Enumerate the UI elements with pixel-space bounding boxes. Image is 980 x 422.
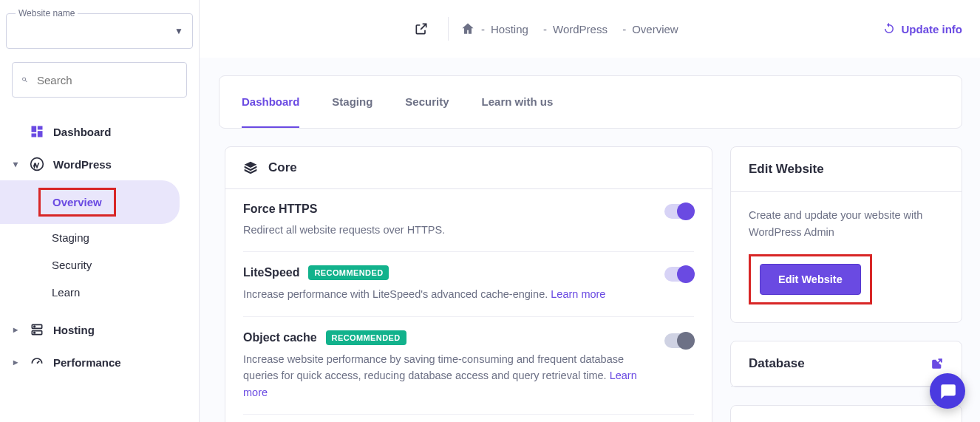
row-litespeed: LiteSpeed RECOMMENDED Increase performan… [243,252,694,316]
website-name-select[interactable]: Website name ▼ [6,13,193,49]
nav-wp-security-label: Security [52,259,92,271]
objcache-title: Object cache [243,331,317,344]
svg-line-9 [37,361,39,363]
nav-wp-staging-label: Staging [52,231,89,244]
update-info-button[interactable]: Update info [882,22,963,35]
tab-security[interactable]: Security [405,76,449,128]
nav-dashboard[interactable]: Dashboard [0,115,199,148]
nav-wp-overview[interactable]: Overview [0,180,180,224]
litespeed-learn-link[interactable]: Learn more [551,288,605,300]
tab-security-label: Security [405,95,449,108]
right-column: Edit Website Create and update your webs… [730,146,962,422]
nav-wp-learn-label: Learn [52,286,80,299]
nav-hosting-label: Hosting [53,324,95,336]
core-panel-header: Core [225,147,712,189]
svg-rect-1 [38,126,43,130]
crumb-wordpress[interactable]: WordPress [553,23,608,35]
chevron-down-icon: ▾ [13,159,18,169]
website-name-label: Website name [16,8,78,18]
daily-backup-card[interactable]: Daily Backup [730,405,962,422]
crumb-sep: - [481,23,485,35]
edit-website-title: Edit Website [731,147,962,192]
caret-down-icon: ▼ [174,26,183,36]
tab-dashboard-label: Dashboard [242,95,299,108]
svg-rect-3 [32,134,37,137]
litespeed-title: LiteSpeed [243,266,299,279]
https-desc: Redirect all website requests over HTTPS… [243,222,650,238]
nav-wp-security[interactable]: Security [0,251,199,279]
row-object-cache: Object cache RECOMMENDED Increase websit… [243,317,694,415]
external-link-icon[interactable] [930,357,944,370]
svg-rect-0 [32,126,37,132]
daily-backup-title: Daily Backup [731,406,962,422]
litespeed-desc: Increase performance with LiteSpeed's ad… [243,288,551,300]
nav-wp-staging[interactable]: Staging [0,224,199,251]
topbar: - Hosting - WordPress - Overview Update … [200,0,980,58]
search-input[interactable] [37,74,177,86]
core-panel: Core Force HTTPS Redirect all website re… [225,146,712,422]
chevron-right-icon: ▸ [13,324,18,335]
sidebar: Website name ▼ Dashboard ▾ WordPress Ove… [0,0,200,422]
divider [448,17,449,41]
tab-dashboard[interactable]: Dashboard [242,76,299,128]
tab-staging[interactable]: Staging [332,76,372,128]
layers-icon [243,160,258,175]
tab-learn[interactable]: Learn with us [482,76,554,128]
main: - Hosting - WordPress - Overview Update … [200,0,980,422]
dashboard-icon [30,124,44,139]
crumb-sep: - [543,23,547,35]
left-column: Dashboard Staging Security Learn with us… [225,75,962,422]
nav-wordpress[interactable]: ▾ WordPress [0,148,199,180]
nav-wp-overview-label: Overview [38,188,116,217]
performance-icon [30,355,44,370]
update-info-label: Update info [902,23,963,35]
litespeed-toggle[interactable] [664,267,694,282]
chevron-right-icon: ▸ [13,357,18,367]
database-card[interactable]: Database [730,341,962,387]
recommended-badge: RECOMMENDED [308,265,389,280]
row-flush-cache: Flush Cache [243,415,694,422]
https-title: Force HTTPS [243,203,317,216]
svg-point-8 [34,332,35,333]
edit-website-button[interactable]: Edit Website [760,264,861,295]
https-toggle[interactable] [664,204,694,219]
tab-staging-label: Staging [332,95,372,108]
refresh-icon [882,22,896,35]
objcache-desc: Increase website performance by saving t… [243,353,624,381]
chat-launcher[interactable] [930,373,965,409]
crumb-sep: - [622,23,626,35]
tabs: Dashboard Staging Security Learn with us [219,75,962,129]
wordpress-icon [30,157,44,171]
hosting-icon [30,322,44,337]
nav: Dashboard ▾ WordPress Overview Staging S… [0,115,199,378]
svg-point-7 [34,326,35,327]
edit-website-card: Edit Website Create and update your webs… [730,146,962,323]
core-title: Core [268,160,297,175]
crumb-overview: Overview [632,23,678,35]
home-icon[interactable] [460,21,475,36]
nav-performance[interactable]: ▸ Performance [0,346,199,378]
row-force-https: Force HTTPS Redirect all website request… [243,189,694,252]
nav-hosting[interactable]: ▸ Hosting [0,313,199,346]
nav-wordpress-label: WordPress [53,158,112,171]
external-link-icon[interactable] [406,14,436,44]
edit-website-highlight: Edit Website [749,254,872,304]
svg-rect-2 [38,131,43,137]
nav-wp-learn[interactable]: Learn [0,279,199,306]
chat-icon [938,381,957,401]
nav-performance-label: Performance [53,356,121,369]
recommended-badge: RECOMMENDED [326,330,406,345]
objcache-toggle[interactable] [664,333,694,348]
content: Dashboard Staging Security Learn with us… [200,58,980,422]
search-box[interactable] [12,62,187,98]
breadcrumb: - Hosting - WordPress - Overview [460,21,678,36]
crumb-hosting[interactable]: Hosting [491,23,528,35]
tab-learn-label: Learn with us [482,95,554,108]
nav-dashboard-label: Dashboard [53,126,111,138]
edit-website-desc: Create and update your website with Word… [749,207,944,241]
search-icon [21,72,28,88]
database-title: Database [731,341,962,387]
